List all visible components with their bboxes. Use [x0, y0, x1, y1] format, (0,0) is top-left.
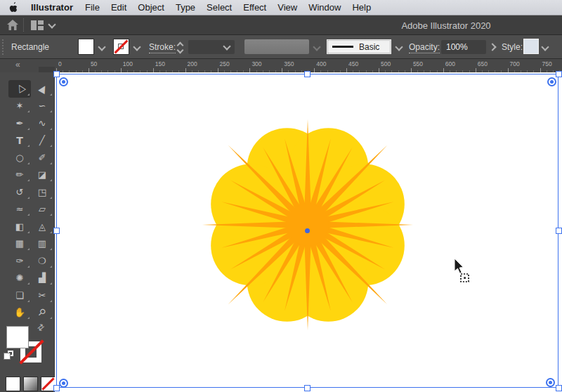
selection-handle-bottom-right[interactable]: [556, 385, 562, 391]
artboard-tool[interactable]: ❏: [8, 287, 31, 304]
mesh-tool[interactable]: ▦: [8, 235, 31, 253]
selection-handle-top-center[interactable]: [304, 71, 311, 77]
curvature-tool[interactable]: ∿: [31, 115, 53, 132]
width-profile-dropdown[interactable]: [244, 39, 309, 54]
corner-widget-top-left[interactable]: [59, 77, 68, 86]
brush-definition-chevron-icon[interactable]: [395, 43, 403, 51]
type-icon: T: [16, 136, 23, 145]
selection-handle-mid-right[interactable]: [556, 228, 562, 234]
paintbrush-icon: ✐: [39, 153, 46, 162]
ruler-tick-label: 450: [348, 60, 358, 67]
style-swatch[interactable]: [524, 39, 538, 53]
paintbrush-tool[interactable]: ✐: [31, 149, 53, 166]
home-icon[interactable]: [6, 19, 19, 34]
direct-selection-tool[interactable]: ▶: [31, 80, 53, 98]
arrange-documents-chevron-icon[interactable]: [48, 20, 55, 28]
apple-logo-icon: [9, 2, 18, 13]
corner-widget-bottom-left[interactable]: [59, 379, 68, 388]
menu-bar: IllustratorFileEditObjectTypeSelectEffec…: [0, 0, 562, 15]
menu-item-object[interactable]: Object: [138, 2, 164, 13]
perspective-grid-tool[interactable]: ◬: [31, 218, 53, 235]
magic-wand-tool[interactable]: ✶: [8, 98, 31, 115]
pen-icon: ✒: [16, 119, 24, 128]
menu-item-illustrator[interactable]: Illustrator: [31, 2, 73, 13]
hand-tool[interactable]: ✋: [8, 304, 31, 322]
stroke-color-swatch[interactable]: [114, 39, 129, 54]
menu-item-edit[interactable]: Edit: [111, 2, 126, 13]
style-label: Style:: [502, 42, 523, 52]
corner-widget-bottom-right[interactable]: [546, 378, 555, 387]
brush-name: Basic: [359, 42, 379, 52]
app-title: Adobe Illustrator 2020: [383, 20, 509, 31]
toolbar-collapse-icon[interactable]: «: [15, 60, 20, 70]
ellipse-tool[interactable]: ○: [8, 149, 31, 166]
selection-handle-top-right[interactable]: [556, 71, 562, 77]
graph-tool[interactable]: ▟: [31, 270, 53, 287]
default-fill-stroke-icon[interactable]: [4, 351, 14, 360]
selection-handle-bottom-left[interactable]: [53, 385, 60, 391]
menu-item-help[interactable]: Help: [352, 2, 371, 13]
pen-tool[interactable]: ✒: [8, 115, 31, 132]
swap-fill-stroke-icon[interactable]: ⇄: [35, 321, 47, 333]
stroke-weight-dropdown[interactable]: [188, 40, 235, 54]
ruler-tick-label: 50: [91, 60, 97, 67]
menu-item-file[interactable]: File: [85, 2, 100, 13]
gradient-icon: ▥: [38, 239, 46, 248]
control-bar-grip[interactable]: [2, 39, 4, 55]
menu-item-type[interactable]: Type: [176, 2, 195, 13]
width-profile-chevron-icon[interactable]: [313, 43, 320, 51]
mesh-icon: ▦: [15, 239, 24, 248]
corner-widget-top-right[interactable]: [547, 77, 556, 86]
brush-definition-dropdown[interactable]: Basic: [327, 39, 391, 54]
ruler-tick-label: 300: [251, 60, 261, 67]
opacity-label[interactable]: Opacity:: [409, 42, 440, 53]
opacity-input[interactable]: 100%: [441, 40, 486, 54]
selection-handle-mid-left[interactable]: [53, 228, 60, 234]
fill-color-swatch[interactable]: [79, 39, 93, 54]
stroke-weight-stepper[interactable]: [177, 41, 184, 53]
ruler-tick-label: 250: [220, 60, 230, 67]
eyedropper-icon: ✑: [16, 256, 24, 266]
selection-handle-top-left[interactable]: [53, 71, 60, 77]
arrange-documents-icon[interactable]: [31, 20, 44, 30]
apple-menu-icon[interactable]: [9, 2, 18, 13]
scale-tool[interactable]: ◳: [31, 183, 53, 201]
opacity-arrow-icon[interactable]: [488, 43, 496, 51]
symbol-sprayer-tool[interactable]: ✺: [8, 270, 31, 287]
zoom-tool[interactable]: ⚲: [31, 304, 53, 322]
shape-builder-tool[interactable]: ◧: [8, 218, 31, 235]
stroke-none-slash-icon: [115, 40, 129, 54]
menu-item-window[interactable]: Window: [308, 2, 341, 13]
ellipse-icon: ○: [15, 153, 23, 162]
menu-item-effect[interactable]: Effect: [243, 2, 266, 13]
toolbar-header: «: [0, 59, 55, 72]
free-transform-tool[interactable]: ▱: [31, 201, 53, 218]
eyedropper-tool[interactable]: ✑: [8, 252, 31, 270]
fill-proxy[interactable]: [7, 327, 28, 348]
selection-type-label: Rectangle: [11, 42, 49, 52]
eraser-tool[interactable]: ◪: [31, 166, 53, 184]
perspective-grid-icon: ◬: [39, 222, 46, 231]
type-tool[interactable]: T: [8, 132, 31, 150]
gradient-mode-button[interactable]: [24, 377, 37, 391]
selection-tool[interactable]: ▷: [8, 80, 31, 98]
line-segment-tool[interactable]: ╱: [31, 132, 53, 150]
menu-item-view[interactable]: View: [277, 2, 297, 13]
width-tool[interactable]: ≈: [8, 201, 31, 218]
menu-item-select[interactable]: Select: [207, 2, 232, 13]
gradient-tool[interactable]: ▥: [31, 235, 53, 253]
slice-tool[interactable]: ✂: [31, 287, 53, 304]
lasso-tool[interactable]: ∽: [31, 98, 53, 115]
selection-handle-bottom-center[interactable]: [304, 385, 311, 391]
rotate-tool[interactable]: ↺: [8, 183, 31, 201]
fill-color-chevron-icon[interactable]: [98, 43, 105, 51]
blend-tool[interactable]: ❍: [31, 252, 53, 270]
color-mode-button[interactable]: [6, 377, 20, 391]
selection-center-point: [305, 228, 310, 233]
pencil-tool[interactable]: ✏: [8, 166, 31, 184]
stepper-down-icon[interactable]: [177, 47, 184, 54]
stroke-color-chevron-icon[interactable]: [133, 43, 140, 51]
stroke-label[interactable]: Stroke:: [149, 42, 176, 53]
style-chevron-icon[interactable]: [541, 43, 549, 51]
ruler-tick-label: 400: [316, 60, 326, 67]
